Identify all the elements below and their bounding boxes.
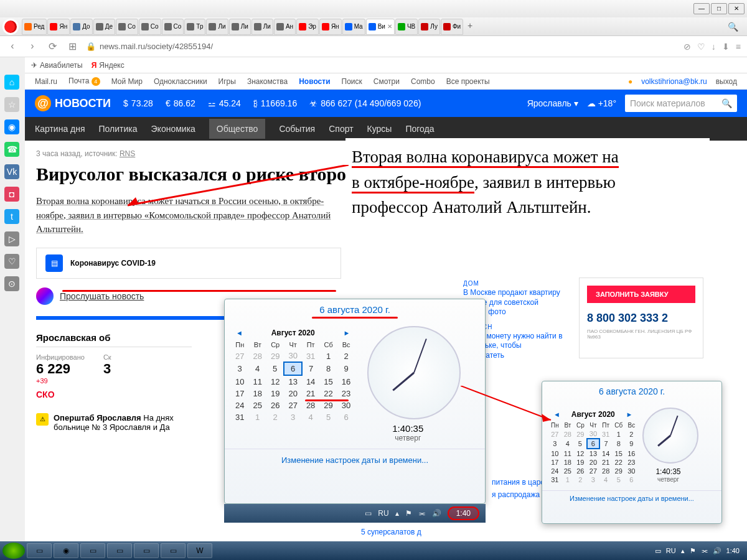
- category-link[interactable]: События: [279, 124, 315, 134]
- taskbar-app[interactable]: ◉: [54, 543, 78, 558]
- usd-rate[interactable]: $ 73.28: [123, 98, 153, 108]
- taskbar-tray-zoomed: ▭RU▴⚑⫘🔊 1:40: [224, 504, 486, 523]
- browser-tab[interactable]: Ма: [342, 19, 365, 35]
- browser-tab[interactable]: Лу: [418, 19, 440, 35]
- mailtop-link[interactable]: Combo: [411, 77, 435, 86]
- speed-dial-button[interactable]: ⊞: [66, 40, 78, 53]
- oil-rate[interactable]: ⚍ 45.24: [208, 98, 241, 108]
- maximize-button[interactable]: □: [711, 3, 727, 14]
- browser-tab[interactable]: Со: [162, 19, 184, 35]
- browser-tab[interactable]: Ли: [206, 19, 228, 35]
- ad-sovcombank[interactable]: ЗАПОЛНИТЬ ЗАЯВКУ 8 800 302 333 2 ПАО СОВ…: [579, 278, 703, 358]
- current-date: 6 августа 2020 г.: [225, 299, 485, 320]
- weather[interactable]: ☁ +18°: [587, 98, 616, 108]
- news-header: @НОВОСТИ $ 73.28 € 86.62 ⚍ 45.24 ₿ 11669…: [25, 90, 747, 117]
- browser-tab[interactable]: Тр: [184, 19, 205, 35]
- address-bar: ‹ › ⟳ ⊞ 🔒 news.mail.ru/society/42855194/…: [0, 36, 747, 57]
- mailtop-link[interactable]: Почта 4: [68, 77, 100, 86]
- browser-tab[interactable]: ЧВ: [395, 19, 418, 35]
- bookmark-aviabilety[interactable]: ✈Авиабилеты: [31, 61, 83, 70]
- ad-button[interactable]: ЗАПОЛНИТЬ ЗАЯВКУ: [587, 286, 695, 303]
- taskbar-app[interactable]: ▭: [80, 543, 105, 558]
- sidebar-icon[interactable]: ⊙: [4, 276, 19, 291]
- covid-counter[interactable]: ☣ 866 627 (14 490/669 026): [309, 98, 421, 108]
- play-icon: [36, 287, 54, 305]
- browser-tab[interactable]: Ян: [47, 19, 70, 35]
- sidebar-icon[interactable]: t: [4, 209, 19, 224]
- start-button[interactable]: [2, 543, 25, 559]
- browser-tab[interactable]: Эр: [296, 19, 319, 35]
- eur-rate[interactable]: € 86.62: [166, 98, 195, 108]
- browser-tab[interactable]: Ви ✕: [366, 19, 395, 35]
- sidebar-icon[interactable]: ⌂: [4, 75, 19, 90]
- category-link[interactable]: Погода: [405, 124, 434, 134]
- browser-tab[interactable]: Де: [93, 19, 115, 35]
- browser-tab[interactable]: Ли: [251, 19, 273, 35]
- taskbar-app[interactable]: ▭: [27, 543, 52, 558]
- source-link[interactable]: RNS: [120, 149, 135, 158]
- calendar-grid[interactable]: ПнВтСрЧтПтСбВс27282930311234567891011121…: [231, 340, 355, 423]
- close-button[interactable]: ✕: [728, 3, 745, 14]
- mailtop-link[interactable]: Mail.ru: [35, 77, 57, 86]
- category-link[interactable]: Общество: [209, 119, 266, 139]
- sidebar-icon[interactable]: ☎: [4, 142, 19, 157]
- taskbar-app[interactable]: W: [187, 543, 212, 558]
- browser-tab[interactable]: Со: [116, 19, 138, 35]
- browser-tab[interactable]: Ред: [22, 19, 47, 35]
- sidebar-icon[interactable]: ▷: [4, 231, 19, 246]
- sidebar-icon[interactable]: ♡: [4, 254, 19, 269]
- zoomed-text: Вторая волна коронавируса может на в окт…: [345, 138, 710, 226]
- bookmark-yandex[interactable]: ЯЯндекс: [92, 61, 125, 70]
- mailtop-link[interactable]: Мой Мир: [111, 77, 143, 86]
- btc-rate[interactable]: ₿ 11669.16: [253, 98, 297, 108]
- opershstab-news[interactable]: ⚠ Оперштаб Ярославля На днях больнице № …: [36, 413, 192, 432]
- reload-button[interactable]: ⟳: [46, 40, 59, 53]
- datetime-popup-large: 6 августа 2020 г. ◄Август 2020► ПнВтСрЧт…: [224, 299, 486, 504]
- mailtop-link[interactable]: Знакомства: [247, 77, 288, 86]
- prev-month[interactable]: ◄: [236, 329, 243, 337]
- new-tab-button[interactable]: +: [464, 21, 476, 33]
- taskbar-clock[interactable]: 1:40: [726, 547, 740, 554]
- search-input[interactable]: Поиск материалов🔍: [625, 95, 737, 112]
- covid-tag[interactable]: ▤ Коронавирус COVID-19: [36, 248, 341, 279]
- datetime-settings-link[interactable]: Изменение настроек даты и времени...: [225, 449, 485, 471]
- taskbar-app[interactable]: ▭: [161, 543, 186, 558]
- news-logo[interactable]: @НОВОСТИ: [35, 95, 111, 111]
- article-lead: Вторая волна коронавируса может начаться…: [36, 194, 335, 236]
- sidebar-icon[interactable]: ◉: [4, 119, 19, 134]
- category-link[interactable]: Курсы: [367, 124, 392, 134]
- minimize-button[interactable]: —: [693, 3, 710, 14]
- sidebar-icon[interactable]: Vk: [4, 164, 19, 179]
- browser-tab[interactable]: Ян: [319, 19, 342, 35]
- mailtop-link[interactable]: Одноклассники: [154, 77, 207, 86]
- taskbar-app[interactable]: ▭: [107, 543, 132, 558]
- browser-tab[interactable]: До: [70, 19, 92, 35]
- mailtop-link[interactable]: Поиск: [342, 77, 362, 86]
- warn-icon: ⚠: [36, 413, 49, 426]
- category-link[interactable]: Политика: [99, 124, 138, 134]
- taskbar-app[interactable]: ▭: [134, 543, 159, 558]
- forward-button[interactable]: ›: [26, 40, 39, 53]
- back-button[interactable]: ‹: [6, 40, 19, 53]
- browser-tab[interactable]: Ан: [274, 19, 296, 35]
- mailtop-link[interactable]: Смотри: [374, 77, 400, 86]
- next-month[interactable]: ►: [343, 329, 350, 337]
- mailtop-link[interactable]: Игры: [218, 77, 236, 86]
- browser-tab[interactable]: Фи: [441, 19, 463, 35]
- sidebar-icon[interactable]: ◘: [4, 187, 19, 202]
- category-link[interactable]: Экономика: [151, 124, 195, 134]
- mailtop-link[interactable]: Новости: [299, 77, 330, 86]
- mail-top-nav: Mail.ruПочта 4Мой МирОдноклассникиИгрыЗн…: [25, 73, 747, 90]
- sidebar-icon[interactable]: ☆: [4, 97, 19, 112]
- tray-clock[interactable]: 1:40: [448, 506, 479, 520]
- url-field[interactable]: 🔒 news.mail.ru/society/42855194/: [86, 42, 676, 51]
- city-select[interactable]: Ярославль ▾: [527, 98, 578, 108]
- category-link[interactable]: Спорт: [329, 124, 353, 134]
- window-controls: — □ ✕: [0, 0, 747, 17]
- doc-icon: ▤: [45, 254, 63, 272]
- category-link[interactable]: Картина дня: [35, 124, 85, 134]
- opera-logo[interactable]: [2, 19, 19, 35]
- browser-tab[interactable]: Ли: [229, 19, 251, 35]
- browser-tab[interactable]: Со: [139, 19, 161, 35]
- mailtop-link[interactable]: Все проекты: [446, 77, 490, 86]
